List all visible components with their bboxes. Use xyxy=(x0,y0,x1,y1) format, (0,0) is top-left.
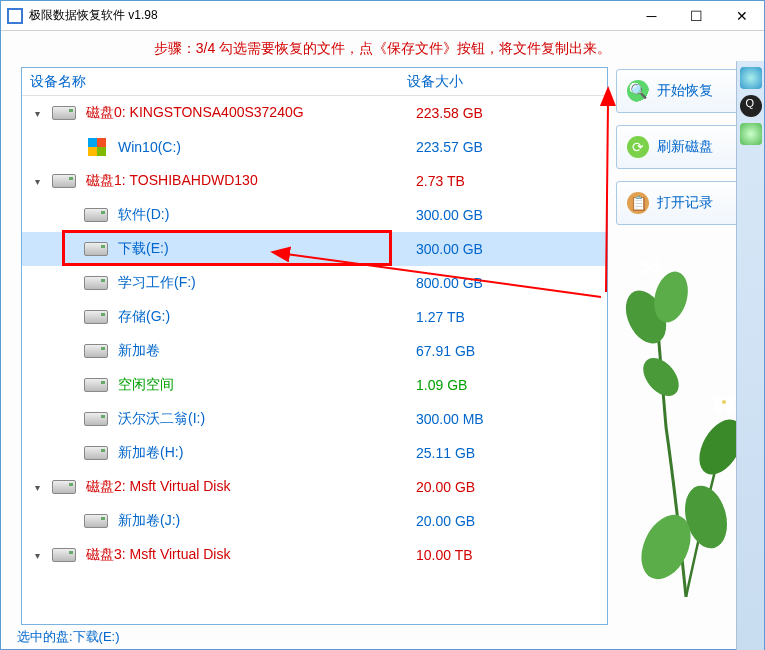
expander-icon[interactable]: ▾ xyxy=(30,550,44,561)
row-size: 300.00 GB xyxy=(416,241,483,257)
maximize-button[interactable]: ☐ xyxy=(674,1,719,30)
row-size: 25.11 GB xyxy=(416,445,475,461)
row-size: 1.27 TB xyxy=(416,309,465,325)
tree-row-d1p0[interactable]: 软件(D:)300.00 GB xyxy=(22,198,607,232)
row-size: 10.00 TB xyxy=(416,547,473,563)
device-tree-panel: 设备名称 设备大小 ▾磁盘0: KINGSTONSA400S37240G223.… xyxy=(21,67,608,625)
row-label: 沃尔沃二翁(I:) xyxy=(118,410,416,428)
row-label: 新加卷 xyxy=(118,342,416,360)
tree-row-d0[interactable]: ▾磁盘0: KINGSTONSA400S37240G223.58 GB xyxy=(22,96,607,130)
svg-point-14 xyxy=(654,261,660,267)
status-text: 选中的盘:下载(E:) xyxy=(17,628,120,646)
tree-row-d2[interactable]: ▾磁盘2: Msft Virtual Disk20.00 GB xyxy=(22,470,607,504)
tree-header: 设备名称 设备大小 xyxy=(22,68,607,96)
tree-row-d1p7[interactable]: 新加卷(H:)25.11 GB xyxy=(22,436,607,470)
titlebar: 极限数据恢复软件 v1.98 ─ ☐ ✕ xyxy=(1,1,764,31)
svg-point-12 xyxy=(648,264,654,270)
svg-point-16 xyxy=(653,269,659,275)
row-label: 空闲空间 xyxy=(118,376,416,394)
refresh-disks-label: 刷新磁盘 xyxy=(657,138,713,156)
tree-row-d1p2[interactable]: 学习工作(F:)800.00 GB xyxy=(22,266,607,300)
row-size: 67.91 GB xyxy=(416,343,475,359)
dock-icon-qq[interactable]: Q xyxy=(740,95,762,117)
drive-icon xyxy=(84,242,108,256)
step-instruction: 步骤：3/4 勾选需要恢复的文件，点《保存文件》按钮，将文件复制出来。 xyxy=(1,31,764,67)
start-recovery-label: 开始恢复 xyxy=(657,82,713,100)
svg-point-10 xyxy=(726,404,734,412)
drive-icon xyxy=(84,412,108,426)
drive-icon xyxy=(84,446,108,460)
row-label: 学习工作(F:) xyxy=(118,274,416,292)
status-bar: 选中的盘:下载(E:) xyxy=(1,625,764,649)
start-recovery-button[interactable]: 🔍 开始恢复 xyxy=(616,69,756,113)
dock-icon-1[interactable] xyxy=(740,67,762,89)
drive-icon xyxy=(84,310,108,324)
row-size: 2.73 TB xyxy=(416,173,465,189)
row-label: Win10(C:) xyxy=(118,139,416,155)
row-label: 磁盘0: KINGSTONSA400S37240G xyxy=(86,104,416,122)
column-name[interactable]: 设备名称 xyxy=(22,73,407,91)
tree-row-d0p0[interactable]: Win10(C:)223.57 GB xyxy=(22,130,607,164)
row-size: 20.00 GB xyxy=(416,479,475,495)
drive-icon xyxy=(52,106,76,120)
tree-row-d1p5[interactable]: 空闲空间1.09 GB xyxy=(22,368,607,402)
close-button[interactable]: ✕ xyxy=(719,1,764,30)
tree-row-d1p3[interactable]: 存储(G:)1.27 TB xyxy=(22,300,607,334)
window-title: 极限数据恢复软件 v1.98 xyxy=(29,7,629,24)
row-label: 存储(G:) xyxy=(118,308,416,326)
drive-icon xyxy=(52,548,76,562)
svg-point-6 xyxy=(720,398,728,406)
row-size: 800.00 GB xyxy=(416,275,483,291)
open-log-button[interactable]: 📋 打开记录 xyxy=(616,181,756,225)
open-log-label: 打开记录 xyxy=(657,194,713,212)
row-size: 300.00 MB xyxy=(416,411,484,427)
column-size[interactable]: 设备大小 xyxy=(407,73,607,91)
svg-point-0 xyxy=(618,284,674,350)
dock-icon-3[interactable] xyxy=(740,123,762,145)
row-label: 新加卷(J:) xyxy=(118,512,416,530)
expander-icon[interactable]: ▾ xyxy=(30,176,44,187)
drive-icon xyxy=(52,174,76,188)
drive-icon xyxy=(52,480,76,494)
drive-icon xyxy=(84,208,108,222)
row-size: 20.00 GB xyxy=(416,513,475,529)
refresh-disks-button[interactable]: ⟳ 刷新磁盘 xyxy=(616,125,756,169)
magnifier-icon: 🔍 xyxy=(627,80,649,102)
svg-point-11 xyxy=(722,400,726,404)
refresh-icon: ⟳ xyxy=(627,136,649,158)
svg-point-9 xyxy=(714,404,722,412)
row-size: 300.00 GB xyxy=(416,207,483,223)
svg-point-13 xyxy=(642,261,648,267)
tree-row-d1p6[interactable]: 沃尔沃二翁(I:)300.00 MB xyxy=(22,402,607,436)
expander-icon[interactable]: ▾ xyxy=(30,108,44,119)
tree-body[interactable]: ▾磁盘0: KINGSTONSA400S37240G223.58 GBWin10… xyxy=(22,96,607,624)
row-size: 223.58 GB xyxy=(416,105,483,121)
expander-icon[interactable]: ▾ xyxy=(30,482,44,493)
svg-point-15 xyxy=(643,269,649,275)
drive-icon xyxy=(84,378,108,392)
svg-point-1 xyxy=(649,268,693,327)
row-label: 磁盘3: Msft Virtual Disk xyxy=(86,546,416,564)
row-label: 磁盘1: TOSHIBAHDWD130 xyxy=(86,172,416,190)
tree-row-d1[interactable]: ▾磁盘1: TOSHIBAHDWD1302.73 TB xyxy=(22,164,607,198)
log-icon: 📋 xyxy=(627,192,649,214)
minimize-button[interactable]: ─ xyxy=(629,1,674,30)
drive-icon xyxy=(84,514,108,528)
tree-row-d2p0[interactable]: 新加卷(J:)20.00 GB xyxy=(22,504,607,538)
svg-point-2 xyxy=(636,351,686,403)
drive-icon xyxy=(84,344,108,358)
svg-point-8 xyxy=(728,394,736,402)
drive-icon xyxy=(84,276,108,290)
row-label: 磁盘2: Msft Virtual Disk xyxy=(86,478,416,496)
tree-row-d3[interactable]: ▾磁盘3: Msft Virtual Disk10.00 TB xyxy=(22,538,607,572)
app-icon xyxy=(7,8,23,24)
row-label: 新加卷(H:) xyxy=(118,444,416,462)
svg-point-7 xyxy=(712,394,720,402)
tree-row-d1p4[interactable]: 新加卷67.91 GB xyxy=(22,334,607,368)
right-dock: Q xyxy=(736,61,764,650)
svg-point-5 xyxy=(632,507,701,587)
row-size: 1.09 GB xyxy=(416,377,467,393)
row-label: 软件(D:) xyxy=(118,206,416,224)
tree-row-d1p1[interactable]: 下载(E:)300.00 GB xyxy=(22,232,607,266)
windows-icon xyxy=(88,138,106,156)
